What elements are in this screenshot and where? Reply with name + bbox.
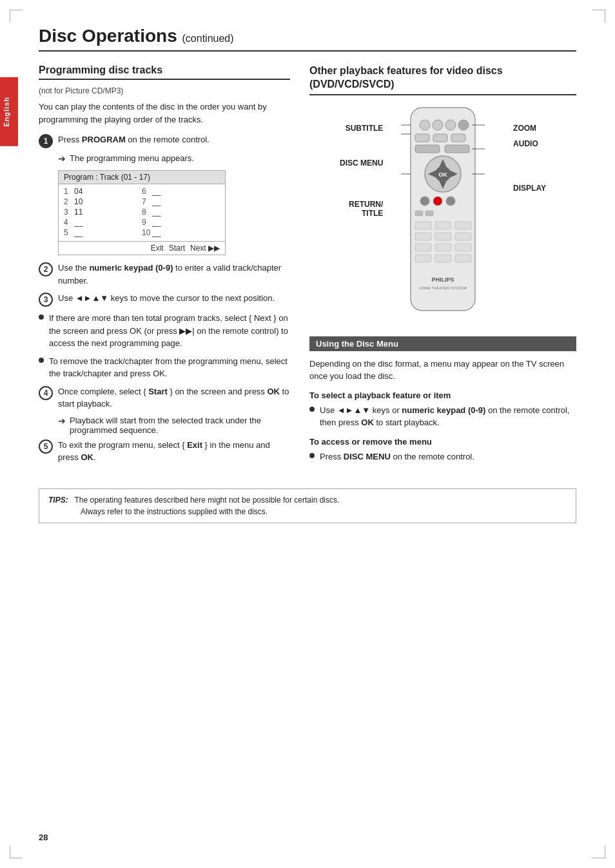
bullet-dot-2: [39, 358, 44, 363]
svg-point-19: [446, 197, 455, 206]
tips-text-2: Always refer to the instructions supplie…: [81, 507, 268, 516]
svg-point-3: [445, 120, 456, 130]
step-4-text: Once complete, select { Start } on the s…: [58, 385, 290, 410]
arrow-symbol-4: ➔: [58, 416, 66, 426]
step-2: 2 Use the numeric keypad (0-9) to enter …: [39, 262, 290, 287]
svg-rect-21: [425, 211, 433, 216]
remote-right-labels: ZOOM AUDIO DISPLAY: [513, 124, 546, 193]
svg-rect-20: [415, 211, 423, 216]
access-menu-text: Press DISC MENU on the remote control.: [320, 450, 474, 463]
prog-col-2: 6__ 7__ 8__ 9__ 10__: [142, 187, 220, 238]
left-section-heading: Programming disc tracks: [39, 64, 290, 80]
label-zoom: ZOOM: [513, 124, 546, 133]
svg-rect-27: [455, 233, 471, 240]
svg-text:HOME THEATER SYSTEM: HOME THEATER SYSTEM: [419, 286, 466, 290]
select-feature-text: Use ◄►▲▼ keys or numeric keypad (0-9) on…: [320, 404, 576, 429]
step-5-number: 5: [39, 439, 53, 454]
svg-rect-33: [455, 255, 471, 262]
access-menu-title: To access or remove the menu: [309, 437, 576, 447]
bullet-text-2: To remove the track/chapter from the pro…: [49, 355, 290, 380]
left-subtitle: (not for Picture CD/MP3): [39, 86, 290, 95]
svg-rect-22: [415, 222, 431, 229]
step-3-number: 3: [39, 293, 53, 307]
prog-row: 7__: [142, 197, 220, 206]
svg-rect-29: [435, 244, 451, 251]
disc-menu-intro: Depending on the disc format, a menu may…: [309, 358, 576, 383]
arrow-text-1: The programming menu appears.: [70, 153, 194, 163]
prog-col-1: 104 210 311 4__ 5__: [64, 187, 142, 238]
program-table: Program : Track (01 - 17) 104 210 311 4_…: [58, 170, 226, 255]
label-return-title: RETURN/TITLE: [340, 200, 383, 218]
svg-rect-6: [433, 134, 447, 142]
select-feature-title: To select a playback feature or item: [309, 391, 576, 400]
prog-row: 6__: [142, 187, 220, 196]
remote-image-area: SUBTITLE DISC MENU RETURN/TITLE ZOOM AUD…: [309, 104, 576, 323]
prog-row: 9__: [142, 218, 220, 227]
remote-svg: OK: [401, 104, 485, 317]
prog-table-header: Program : Track (01 - 17): [59, 171, 225, 184]
prog-row: 5__: [64, 228, 142, 237]
right-column: Other playback features for video discs …: [309, 64, 576, 469]
access-menu-bullet: Press DISC MENU on the remote control.: [309, 450, 576, 463]
arrow-item-1: ➔ The programming menu appears.: [58, 153, 290, 164]
step-4-number: 4: [39, 386, 53, 400]
tips-text-1: The operating features described here mi…: [74, 496, 339, 505]
step-2-number: 2: [39, 262, 53, 276]
tips-box: TIPS: The operating features described h…: [39, 488, 576, 523]
prog-row: 210: [64, 197, 142, 206]
disc-menu-section: Using the Disc Menu Depending on the dis…: [309, 336, 576, 463]
prog-table-body: 104 210 311 4__ 5__ 6__ 7__ 8__ 9__ 10__: [59, 184, 225, 241]
svg-rect-25: [415, 233, 431, 240]
step-1-number: 1: [39, 134, 53, 148]
prog-row: 104: [64, 187, 142, 196]
svg-text:OK: OK: [438, 171, 447, 178]
svg-rect-26: [435, 233, 451, 240]
svg-rect-5: [415, 134, 429, 142]
prog-table-footer: ExitStartNext ▶▶: [59, 241, 225, 255]
remote-svg-container: OK: [401, 104, 485, 319]
arrow-item-4: ➔ Playback will start from the selected …: [58, 416, 290, 435]
select-feature-dot: [309, 407, 315, 412]
svg-rect-30: [455, 244, 471, 251]
svg-point-18: [433, 197, 442, 206]
left-column: Programming disc tracks (not for Picture…: [39, 64, 290, 469]
bullet-item-2: To remove the track/chapter from the pro…: [39, 355, 290, 380]
svg-rect-9: [445, 145, 469, 153]
step-2-text: Use the numeric keypad (0-9) to enter a …: [58, 262, 290, 287]
step-4: 4 Once complete, select { Start } on the…: [39, 385, 290, 410]
right-section-heading: Other playback features for video discs …: [309, 64, 576, 95]
page-title: Disc Operations (continued): [39, 26, 576, 52]
left-intro: You can play the contents of the disc in…: [39, 101, 290, 126]
svg-rect-8: [415, 145, 440, 153]
remote-left-labels: SUBTITLE DISC MENU RETURN/TITLE: [340, 124, 383, 218]
step-1-text: Press PROGRAM on the remote control.: [58, 133, 210, 146]
page-number: 28: [39, 833, 48, 842]
arrow-symbol-1: ➔: [58, 153, 66, 164]
tips-label: TIPS:: [48, 496, 68, 505]
prog-row: 311: [64, 207, 142, 217]
prog-row: 4__: [64, 218, 142, 227]
svg-point-2: [433, 120, 443, 130]
svg-rect-24: [455, 222, 471, 229]
prog-row: 10__: [142, 228, 220, 237]
step-3-text: Use ◄►▲▼ keys to move the cursor to the …: [58, 292, 275, 305]
label-display: DISPLAY: [513, 184, 546, 193]
prog-row: 8__: [142, 207, 220, 217]
step-1: 1 Press PROGRAM on the remote control.: [39, 133, 290, 148]
svg-point-17: [420, 197, 429, 206]
access-menu-dot: [309, 453, 315, 458]
svg-point-4: [458, 120, 469, 130]
svg-point-1: [420, 120, 430, 130]
svg-rect-32: [435, 255, 451, 262]
disc-menu-heading: Using the Disc Menu: [309, 336, 576, 351]
arrow-text-4: Playback will start from the selected tr…: [70, 416, 290, 435]
step-3: 3 Use ◄►▲▼ keys to move the cursor to th…: [39, 292, 290, 307]
step-5-text: To exit the program menu, select { Exit …: [58, 439, 290, 464]
select-feature-bullet: Use ◄►▲▼ keys or numeric keypad (0-9) on…: [309, 404, 576, 429]
svg-rect-31: [415, 255, 431, 262]
step-5: 5 To exit the program menu, select { Exi…: [39, 439, 290, 464]
label-disc-menu: DISC MENU: [340, 159, 383, 168]
bullet-dot-1: [39, 314, 44, 320]
svg-text:PHILIPS: PHILIPS: [431, 276, 454, 283]
bullet-text-1: If there are more than ten total program…: [49, 312, 290, 350]
